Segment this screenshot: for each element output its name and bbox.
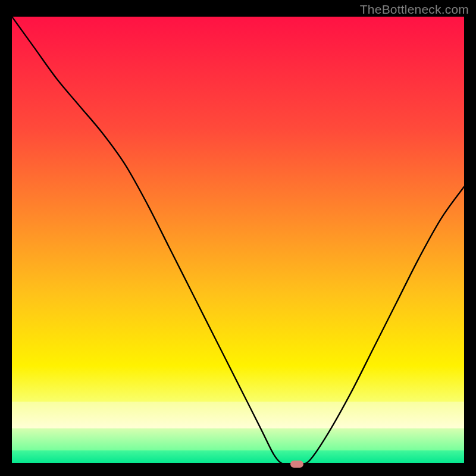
attribution-text: TheBottleneck.com <box>360 2 469 17</box>
baseline <box>12 463 464 464</box>
plot-area <box>12 17 464 464</box>
optimal-marker <box>290 461 303 468</box>
chart-container: TheBottleneck.com <box>0 0 476 476</box>
curve-svg <box>12 17 464 464</box>
